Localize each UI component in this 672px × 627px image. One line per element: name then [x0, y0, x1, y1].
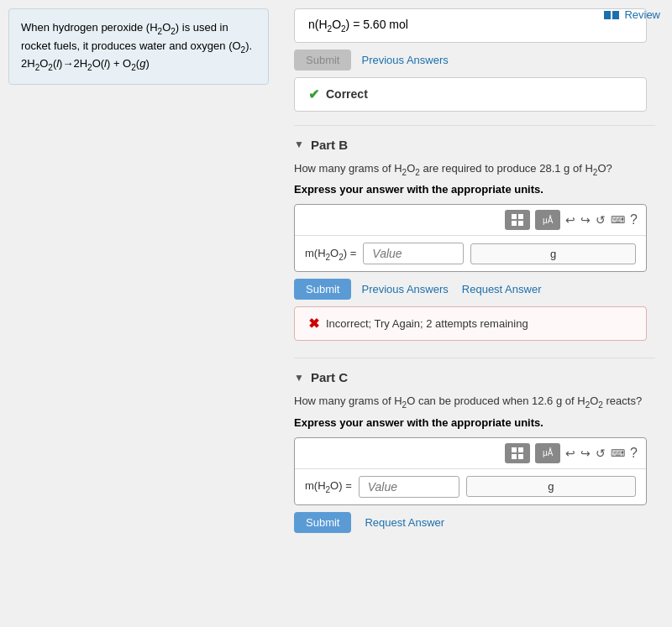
- part-a-correct-box: ✔ Correct: [294, 77, 647, 112]
- part-b-incorrect-box: ✖ Incorrect; Try Again; 2 attempts remai…: [294, 306, 647, 341]
- part-c-question: How many grams of H2O can be produced wh…: [294, 393, 655, 411]
- part-c-input-label: m(H2O) =: [305, 479, 352, 494]
- part-a-submit-row: Submit Previous Answers: [294, 50, 655, 71]
- correct-check-icon: ✔: [308, 86, 319, 102]
- part-b-input-area: μÅ ↩ ↪ ↺ ⌨ ? m(H2O2) = g: [294, 204, 647, 272]
- part-a-submit-button[interactable]: Submit: [294, 50, 351, 71]
- part-c-redo-tool-button[interactable]: ↪: [580, 447, 591, 460]
- problem-description: When hydrogen peroxide (H2O2) is used in…: [8, 8, 269, 85]
- grid-tool-button[interactable]: [505, 210, 530, 230]
- part-a-previous-answers-link[interactable]: Previous Answers: [361, 54, 448, 66]
- part-b-collapse-arrow[interactable]: ▼: [294, 138, 304, 150]
- incorrect-x-icon: ✖: [308, 316, 319, 332]
- review-icon: [604, 11, 619, 19]
- sidebar-text: When hydrogen peroxide (H2O2) is used in…: [21, 21, 252, 70]
- part-b-incorrect-text: Incorrect; Try Again; 2 attempts remaini…: [326, 317, 528, 330]
- part-b-previous-answers-link[interactable]: Previous Answers: [361, 283, 448, 295]
- part-c-unit-label: g: [466, 476, 636, 497]
- part-a-answer-text: n(H2O2) = 5.60 mol: [308, 18, 408, 31]
- part-c-keyboard-tool-button[interactable]: ⌨: [611, 447, 625, 459]
- part-c-toolbar: μÅ ↩ ↪ ↺ ⌨ ?: [295, 438, 646, 469]
- part-c-title: Part C: [311, 370, 348, 384]
- part-c-input-area: μÅ ↩ ↪ ↺ ⌨ ? m(H2O) = g: [294, 437, 647, 505]
- review-bar: Review: [604, 8, 660, 21]
- part-c-refresh-tool-button[interactable]: ↺: [596, 447, 606, 460]
- part-c-help-tool-button[interactable]: ?: [630, 446, 638, 461]
- part-c-undo-tool-button[interactable]: ↩: [565, 447, 575, 460]
- part-b-section: ▼ Part B How many grams of H2O2 are requ…: [294, 138, 655, 342]
- divider-a-b: [294, 125, 655, 126]
- divider-b-c: [294, 358, 655, 358]
- part-b-header: ▼ Part B: [294, 138, 655, 152]
- redo-tool-button[interactable]: ↪: [580, 213, 591, 227]
- part-c-header: ▼ Part C: [294, 370, 655, 384]
- part-c-mu-tool-button[interactable]: μÅ: [535, 443, 560, 463]
- part-b-toolbar: μÅ ↩ ↪ ↺ ⌨ ?: [295, 205, 646, 236]
- part-c-request-answer-link[interactable]: Request Answer: [365, 516, 444, 529]
- part-a-section: n(H2O2) = 5.60 mol Submit Previous Answe…: [294, 8, 655, 112]
- correct-label: Correct: [326, 87, 368, 101]
- main-content: n(H2O2) = 5.60 mol Submit Previous Answe…: [286, 0, 672, 567]
- part-c-grid-tool-button[interactable]: [505, 443, 530, 463]
- part-b-value-input[interactable]: [363, 243, 464, 264]
- part-b-request-answer-link[interactable]: Request Answer: [462, 283, 542, 295]
- part-b-unit-label: g: [470, 243, 636, 264]
- part-c-submit-row: Submit Request Answer: [294, 512, 655, 533]
- part-c-submit-button[interactable]: Submit: [294, 512, 351, 533]
- part-b-input-row: m(H2O2) = g: [295, 236, 646, 271]
- part-b-input-label: m(H2O2) =: [305, 247, 356, 262]
- part-b-instruction: Express your answer with the appropriate…: [294, 183, 655, 196]
- part-c-input-row: m(H2O) = g: [295, 469, 646, 504]
- part-b-submit-row: Submit Previous Answers Request Answer: [294, 279, 655, 300]
- help-tool-button[interactable]: ?: [630, 212, 638, 227]
- part-b-submit-button[interactable]: Submit: [294, 279, 351, 300]
- mu-tool-button[interactable]: μÅ: [535, 210, 560, 230]
- undo-tool-button[interactable]: ↩: [565, 213, 575, 227]
- part-c-instruction: Express your answer with the appropriate…: [294, 416, 655, 429]
- keyboard-tool-button[interactable]: ⌨: [611, 214, 625, 226]
- review-label[interactable]: Review: [624, 8, 660, 21]
- part-b-question: How many grams of H2O2 are required to p…: [294, 160, 655, 179]
- part-c-collapse-arrow[interactable]: ▼: [294, 372, 304, 384]
- part-a-answer-display: n(H2O2) = 5.60 mol: [294, 8, 647, 43]
- part-c-section: ▼ Part C How many grams of H2O can be pr…: [294, 370, 655, 533]
- refresh-tool-button[interactable]: ↺: [596, 213, 606, 227]
- part-c-value-input[interactable]: [359, 476, 459, 498]
- part-b-title: Part B: [311, 138, 348, 152]
